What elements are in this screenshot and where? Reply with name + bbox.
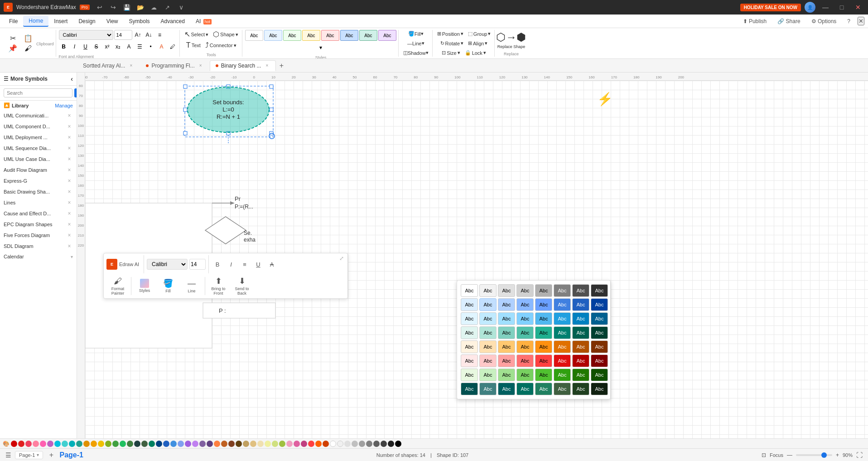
style-cell-o2[interactable]: Abc [479,340,497,353]
style-cell-t7[interactable]: Abc [572,326,589,339]
user-avatar[interactable]: 👤 [805,2,815,13]
color-lavender[interactable] [192,441,198,447]
style-cell-t4[interactable]: Abc [516,326,534,339]
style-cell-dk8[interactable]: Abc [591,383,608,395]
layers-button[interactable]: ☰ [5,451,11,459]
style-cell-b2[interactable]: Abc [479,298,497,311]
color-fuchsia[interactable] [294,441,300,447]
publish-button[interactable]: ⬆ Publish [739,17,771,26]
handle-mr[interactable] [270,108,273,112]
style-swatch-5[interactable]: Abc [321,30,339,41]
color-lime[interactable] [105,441,111,447]
library-item-five-forces[interactable]: Five Forces Diagram × [0,230,77,241]
item-close[interactable]: × [66,221,73,228]
style-cell-g2[interactable]: Abc [498,284,515,297]
color-green[interactable] [112,441,119,447]
page-tab-1[interactable]: Page-1 ▾ [15,451,43,459]
item-close[interactable]: × [66,134,73,141]
style-cell-dk4[interactable]: Abc [516,383,534,395]
ft-styles-tool[interactable]: Styles [133,278,156,294]
ft-fill-tool[interactable]: 🪣 Fill [157,277,179,294]
item-close[interactable]: × [66,178,73,184]
shape-button[interactable]: ⬡ Shape ▾ [211,30,240,39]
ft-align-button[interactable]: ≡ [239,258,251,270]
style-cell-r1[interactable]: Abc [461,354,478,367]
item-close[interactable]: × [66,243,73,249]
color-teal-3[interactable] [76,441,82,447]
redo-button[interactable]: ↪ [107,3,120,12]
style-cell-gn7[interactable]: Abc [572,369,589,381]
style-cell-r2[interactable]: Abc [479,354,497,367]
cloud-button[interactable]: ☁ [148,3,160,12]
style-swatch-8[interactable]: Abc [378,30,396,41]
color-cream[interactable] [257,441,264,447]
style-cell-b3[interactable]: Abc [498,298,515,311]
menu-design[interactable]: Design [73,16,101,26]
style-cell-dk7[interactable]: Abc [572,383,589,395]
item-close[interactable]: × [66,156,73,162]
align-btn[interactable]: ⊞ Align ▾ [466,39,489,47]
superscript-button[interactable]: x² [102,42,112,52]
style-cell-r7[interactable]: Abc [572,354,589,367]
minimize-button[interactable]: — [819,3,832,12]
color-mid-gray[interactable] [359,441,365,447]
color-dark-teal[interactable] [134,441,140,447]
color-pink[interactable] [33,441,39,447]
style-cell-g6[interactable]: Abc [572,284,589,297]
style-cell-gn6[interactable]: Abc [554,369,571,381]
menu-insert[interactable]: Insert [48,16,73,26]
zoom-in-button[interactable]: + [836,452,839,458]
style-cell-t2[interactable]: Abc [479,326,497,339]
open-button[interactable]: 📂 [134,3,147,12]
color-burnt-orange[interactable] [323,441,329,447]
color-tan[interactable] [243,441,249,447]
color-indigo[interactable] [207,441,213,447]
paste-button[interactable]: 📌 [5,44,20,53]
color-purple-pink[interactable] [47,441,53,447]
share-menu-button[interactable]: 🔗 Share [774,17,804,26]
ft-strikethrough-button[interactable]: A [266,258,278,270]
color-yellow[interactable] [98,441,104,447]
ft-send-to-back-tool[interactable]: ⬇ Send to Back [231,275,253,296]
style-cell-g1[interactable]: Abc [479,284,497,297]
style-cell-gn5[interactable]: Abc [535,369,552,381]
style-cell-t8[interactable]: Abc [591,326,608,339]
shadow-button[interactable]: ◫ Shadow ▾ [401,49,430,57]
style-cell-lt4[interactable]: Abc [516,312,534,325]
color-teal[interactable] [62,441,68,447]
library-item-uml-deploy[interactable]: UML Deployment ... × [0,132,77,143]
style-cell-b5[interactable]: Abc [535,298,552,311]
library-item-sdl[interactable]: SDL Diagram × [0,241,77,252]
color-red-light[interactable] [25,441,32,447]
style-cell-r6[interactable]: Abc [554,354,571,367]
color-darker-gray[interactable] [373,441,380,447]
styles-expand-button[interactable]: ▾ [316,43,326,53]
style-cell-b6[interactable]: Abc [554,298,571,311]
line-button[interactable]: — Line ▾ [405,39,426,47]
font-increase-button[interactable]: A↑ [133,30,143,40]
style-cell-o7[interactable]: Abc [572,340,589,353]
color-chartreuse[interactable] [279,441,285,447]
undo-button[interactable]: ↩ [93,3,106,12]
style-cell-g5[interactable]: Abc [554,284,571,297]
style-cell-gn3[interactable]: Abc [498,369,515,381]
text-size-button[interactable]: A [124,42,134,52]
item-close[interactable]: × [66,232,73,238]
color-emerald[interactable] [149,441,155,447]
ft-size-input[interactable] [189,259,206,270]
italic-button[interactable]: I [70,42,80,52]
color-charcoal[interactable] [381,441,387,447]
color-teal-2[interactable] [69,441,75,447]
manage-link[interactable]: Manage [55,103,73,108]
ft-bold-button[interactable]: B [212,258,223,270]
style-cell-o8[interactable]: Abc [591,340,608,353]
size-button[interactable]: ⊡ Size ▾ [440,49,462,57]
add-tab-button[interactable]: + [276,60,287,71]
color-white[interactable] [330,441,336,447]
color-green-2[interactable] [120,441,126,447]
menu-file[interactable]: File [4,16,23,26]
handle-tl[interactable] [183,85,187,88]
tab-close-1[interactable]: × [198,63,204,69]
canvas-area[interactable]: -80 -70 -60 -50 -40 -30 -20 -10 0 10 20 … [77,73,868,448]
color-dark-brown[interactable] [228,441,235,447]
